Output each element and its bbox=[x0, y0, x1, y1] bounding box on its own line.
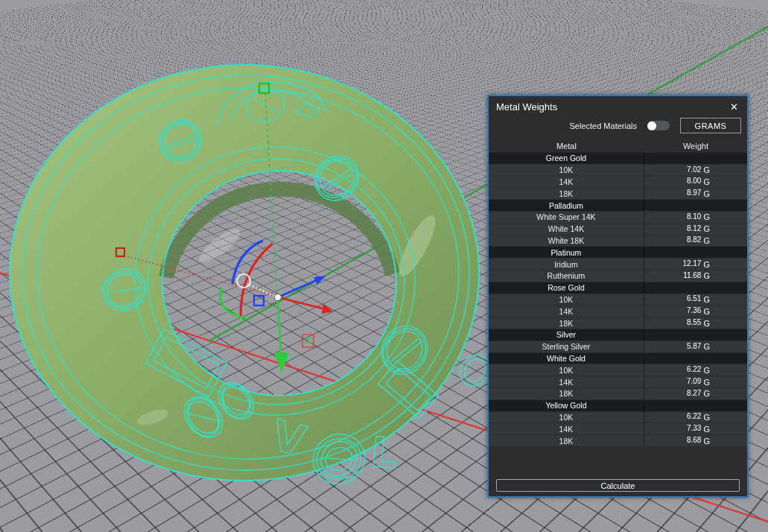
metal-item-row[interactable]: 14K7.36G bbox=[489, 305, 747, 317]
metal-group-row[interactable]: Green Gold bbox=[489, 153, 747, 165]
cad-application-window: V L bbox=[0, 0, 768, 532]
table-header: Metal Weight bbox=[489, 139, 747, 153]
units-button[interactable]: GRAMS bbox=[680, 118, 741, 133]
metal-item-row[interactable]: 10K6.51G bbox=[489, 294, 747, 306]
panel-title: Metal Weights bbox=[496, 101, 557, 113]
calculate-button[interactable]: Calculate bbox=[496, 479, 740, 492]
metal-item-row[interactable]: 18K8.68G bbox=[489, 435, 747, 447]
gumball-center-dot[interactable] bbox=[275, 294, 282, 301]
metal-item-row[interactable]: White 18K8.82G bbox=[489, 235, 747, 247]
metal-group-row[interactable]: White Gold bbox=[489, 353, 747, 365]
gumball-arrowhead-red[interactable] bbox=[322, 304, 333, 314]
ring-highlight bbox=[194, 224, 244, 267]
metal-weights-panel: Metal Weights ✕ Selected Materials GRAMS… bbox=[487, 95, 749, 498]
weight-column-header: Weight bbox=[644, 142, 747, 151]
metal-group-row[interactable]: Yellow Gold bbox=[489, 400, 747, 412]
panel-controls-row: Selected Materials GRAMS bbox=[489, 115, 747, 139]
metal-group-row[interactable]: Silver bbox=[489, 329, 747, 341]
metal-column-header: Metal bbox=[489, 142, 644, 151]
metal-item-row[interactable]: 14K8.00G bbox=[489, 177, 747, 189]
metal-item-row[interactable]: 18K8.97G bbox=[489, 188, 747, 200]
metal-item-row[interactable]: Sterling Silver5.87G bbox=[489, 341, 747, 353]
gumball-arrow-blue[interactable] bbox=[278, 280, 317, 297]
metal-table-body: Green Gold10K7.02G14K8.00G18K8.97GPallad… bbox=[489, 153, 747, 447]
metal-item-row[interactable]: 14K7.09G bbox=[489, 376, 747, 388]
gumball-arrow-red[interactable] bbox=[278, 297, 323, 308]
gumball-blue-square-handle[interactable] bbox=[254, 296, 264, 305]
metal-item-row[interactable]: Iridium12.17G bbox=[489, 259, 747, 270]
metal-group-row[interactable]: Platinum bbox=[489, 247, 747, 259]
gumball-arrow-green[interactable] bbox=[278, 297, 281, 352]
metal-item-row[interactable]: White 14K8.12G bbox=[489, 224, 747, 235]
metal-item-row[interactable]: 14K7.33G bbox=[489, 423, 747, 435]
metal-item-row[interactable]: 18K8.27G bbox=[489, 388, 747, 400]
metal-group-row[interactable]: Rose Gold bbox=[489, 282, 747, 294]
gumball-arrowhead-blue[interactable] bbox=[314, 276, 326, 285]
ring-inner-wall bbox=[166, 189, 393, 277]
toggle-knob bbox=[647, 121, 656, 130]
panel-header: Metal Weights ✕ bbox=[489, 96, 747, 115]
close-icon[interactable]: ✕ bbox=[729, 102, 740, 112]
selected-materials-toggle[interactable] bbox=[647, 121, 670, 130]
metal-item-row[interactable]: Ruthenium11.68G bbox=[489, 270, 747, 282]
metal-item-row[interactable]: 10K7.02G bbox=[489, 165, 747, 177]
metal-item-row[interactable]: White Super 14K8.10G bbox=[489, 212, 747, 224]
metal-group-row[interactable]: Palladium bbox=[489, 200, 747, 212]
scale-handle-glyph[interactable] bbox=[302, 335, 314, 347]
ring-engraving-letter-l: L bbox=[369, 428, 399, 478]
metal-item-row[interactable]: 10K6.22G bbox=[489, 364, 747, 376]
ring-model[interactable]: V L bbox=[10, 65, 497, 493]
metal-item-row[interactable]: 18K8.55G bbox=[489, 317, 747, 329]
metal-item-row[interactable]: 10K6.22G bbox=[489, 412, 747, 424]
selected-materials-label: Selected Materials bbox=[570, 121, 638, 130]
